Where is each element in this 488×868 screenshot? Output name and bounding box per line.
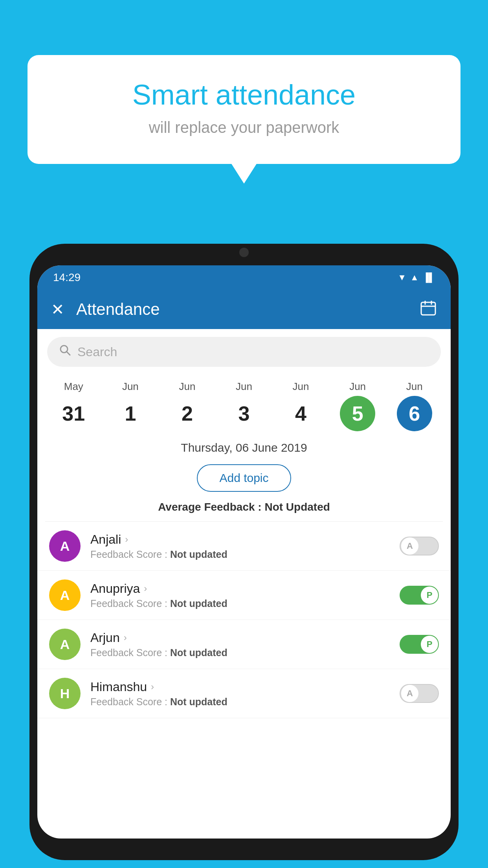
calendar-day[interactable]: Jun1 [109, 381, 152, 431]
cal-month-label: May [64, 381, 83, 393]
feedback-score: Feedback Score : Not updated [90, 696, 390, 708]
calendar-day[interactable]: Jun2 [165, 381, 209, 431]
student-row[interactable]: AAnupriya ›Feedback Score : Not updatedP [37, 571, 451, 620]
cal-date-label: 4 [283, 396, 319, 431]
student-info: Anjali ›Feedback Score : Not updated [90, 532, 390, 560]
cal-month-label: Jun [293, 381, 309, 393]
svg-line-5 [66, 351, 70, 355]
bubble-title: Smart attendance [59, 79, 429, 111]
student-info: Anupriya ›Feedback Score : Not updated [90, 581, 390, 609]
app-bar-title: Attendance [76, 300, 408, 319]
calendar-day[interactable]: Jun6 [393, 381, 436, 431]
cal-date-label: 31 [56, 396, 91, 431]
avatar: H [49, 678, 81, 709]
speech-bubble-container: Smart attendance will replace your paper… [28, 55, 460, 164]
chevron-icon: › [144, 583, 147, 594]
calendar-icon[interactable] [420, 299, 437, 320]
app-bar: ✕ Attendance [37, 290, 451, 329]
toggle-thumb: A [401, 537, 418, 555]
student-name: Himanshu › [90, 680, 390, 694]
student-info: Himanshu ›Feedback Score : Not updated [90, 680, 390, 708]
attendance-toggle[interactable]: P [400, 635, 439, 654]
signal-icon: ▲ [410, 272, 419, 283]
avatar: A [49, 530, 81, 562]
student-name: Anjali › [90, 532, 390, 547]
toggle-thumb: P [421, 587, 438, 604]
calendar-day[interactable]: Jun5 [336, 381, 379, 431]
status-time: 14:29 [53, 271, 81, 284]
avg-feedback-label: Average Feedback : [158, 501, 264, 513]
search-icon [59, 344, 72, 360]
calendar-day[interactable]: May31 [52, 381, 95, 431]
feedback-score: Feedback Score : Not updated [90, 647, 390, 658]
student-row[interactable]: HHimanshu ›Feedback Score : Not updatedA [37, 669, 451, 718]
cal-month-label: Jun [122, 381, 139, 393]
bubble-subtitle: will replace your paperwork [59, 119, 429, 136]
chevron-icon: › [151, 681, 154, 692]
chevron-icon: › [124, 632, 127, 643]
calendar-day[interactable]: Jun3 [222, 381, 266, 431]
status-icons: ▼ ▲ ▐▌ [398, 272, 435, 283]
close-button[interactable]: ✕ [51, 300, 64, 318]
phone-camera [239, 248, 249, 257]
cal-date-label: 3 [226, 396, 262, 431]
search-container[interactable]: Search [47, 337, 441, 367]
feedback-score: Feedback Score : Not updated [90, 598, 390, 609]
cal-month-label: Jun [406, 381, 423, 393]
chevron-icon: › [125, 534, 128, 545]
feedback-score: Feedback Score : Not updated [90, 549, 390, 560]
attendance-toggle[interactable]: P [400, 586, 439, 605]
student-name: Arjun › [90, 631, 390, 645]
add-topic-button[interactable]: Add topic [197, 464, 291, 492]
toggle-thumb: P [421, 636, 438, 653]
cal-date-label: 2 [169, 396, 205, 431]
avatar: A [49, 629, 81, 660]
cal-month-label: Jun [349, 381, 366, 393]
avg-feedback-value: Not Updated [264, 501, 330, 513]
selected-date: Thursday, 06 June 2019 [37, 433, 451, 458]
student-info: Arjun ›Feedback Score : Not updated [90, 631, 390, 658]
status-bar: 14:29 ▼ ▲ ▐▌ [37, 265, 451, 290]
phone-screen: 14:29 ▼ ▲ ▐▌ ✕ Attendance [37, 265, 451, 839]
toggle-thumb: A [401, 685, 418, 702]
search-placeholder: Search [77, 345, 117, 359]
cal-month-label: Jun [236, 381, 252, 393]
calendar-day[interactable]: Jun4 [279, 381, 323, 431]
student-name: Anupriya › [90, 581, 390, 596]
calendar-row: May31Jun1Jun2Jun3Jun4Jun5Jun6 [37, 375, 451, 433]
cal-date-label: 1 [113, 396, 148, 431]
attendance-toggle[interactable]: A [400, 684, 439, 703]
phone-frame: 14:29 ▼ ▲ ▐▌ ✕ Attendance [29, 244, 459, 860]
phone-notch [220, 244, 268, 259]
cal-date-label: 5 [340, 396, 375, 431]
avg-feedback: Average Feedback : Not Updated [37, 498, 451, 521]
student-row[interactable]: AAnjali ›Feedback Score : Not updatedA [37, 522, 451, 571]
cal-month-label: Jun [179, 381, 195, 393]
svg-rect-0 [421, 302, 435, 315]
wifi-icon: ▼ [398, 272, 406, 283]
student-row[interactable]: AArjun ›Feedback Score : Not updatedP [37, 620, 451, 669]
students-list: AAnjali ›Feedback Score : Not updatedAAA… [37, 522, 451, 718]
battery-icon: ▐▌ [423, 272, 435, 283]
attendance-toggle[interactable]: A [400, 537, 439, 555]
speech-bubble: Smart attendance will replace your paper… [28, 55, 460, 164]
cal-date-label: 6 [397, 396, 432, 431]
avatar: A [49, 579, 81, 611]
